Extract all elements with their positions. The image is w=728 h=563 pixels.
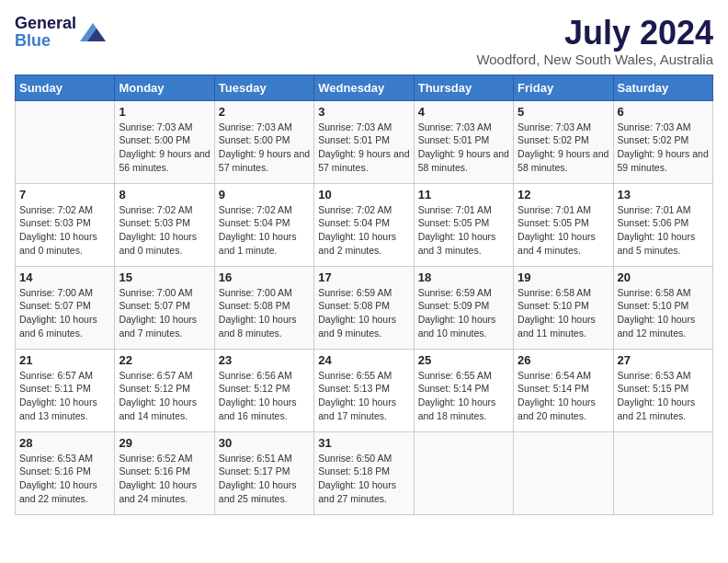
calendar-cell: 6Sunrise: 7:03 AMSunset: 5:02 PMDaylight… [613,100,712,183]
sunset-text: Sunset: 5:13 PM [318,382,409,396]
sunset-text: Sunset: 5:16 PM [19,465,110,478]
sunrise-text: Sunrise: 6:51 AM [219,452,310,465]
day-number: 10 [318,188,409,201]
logo-icon [80,23,106,41]
day-number: 31 [318,436,409,450]
day-info: Sunrise: 7:03 AMSunset: 5:00 PMDaylight:… [219,121,310,175]
sunrise-text: Sunrise: 7:03 AM [318,121,409,134]
sunrise-text: Sunrise: 6:57 AM [19,369,110,383]
sunset-text: Sunset: 5:03 PM [19,216,110,230]
daylight-text: Daylight: 10 hours and 0 minutes. [119,230,210,257]
header-tuesday: Tuesday [214,75,313,100]
day-info: Sunrise: 6:53 AMSunset: 5:15 PMDaylight:… [618,369,709,423]
sunrise-text: Sunrise: 6:53 AM [618,369,709,383]
day-info: Sunrise: 7:02 AMSunset: 5:03 PMDaylight:… [119,203,210,258]
calendar-cell: 12Sunrise: 7:01 AMSunset: 5:05 PMDayligh… [514,183,613,266]
sunset-text: Sunset: 5:12 PM [119,382,210,396]
day-info: Sunrise: 7:00 AMSunset: 5:08 PMDaylight:… [219,286,310,340]
sunset-text: Sunset: 5:03 PM [119,216,210,230]
calendar-cell: 7Sunrise: 7:02 AMSunset: 5:03 PMDaylight… [16,183,115,266]
sunrise-text: Sunrise: 7:00 AM [119,286,210,300]
day-info: Sunrise: 6:57 AMSunset: 5:12 PMDaylight:… [119,369,210,423]
calendar-cell: 5Sunrise: 7:03 AMSunset: 5:02 PMDaylight… [514,100,613,183]
day-number: 20 [618,270,709,284]
day-number: 27 [618,353,709,367]
calendar-cell: 18Sunrise: 6:59 AMSunset: 5:09 PMDayligh… [414,266,513,349]
logo-blue: Blue [15,31,51,50]
daylight-text: Daylight: 10 hours and 7 minutes. [119,313,210,339]
sunset-text: Sunset: 5:05 PM [518,216,609,230]
daylight-text: Daylight: 10 hours and 0 minutes. [19,230,110,257]
day-number: 26 [518,353,609,367]
title-location: Woodford, New South Wales, Australia [476,52,713,67]
calendar-cell: 25Sunrise: 6:55 AMSunset: 5:14 PMDayligh… [414,349,513,431]
sunset-text: Sunset: 5:00 PM [219,133,310,147]
calendar-week-1: 1Sunrise: 7:03 AMSunset: 5:00 PMDaylight… [16,100,713,183]
day-number: 9 [219,188,310,201]
daylight-text: Daylight: 10 hours and 13 minutes. [19,396,110,422]
calendar-cell: 8Sunrise: 7:02 AMSunset: 5:03 PMDaylight… [115,183,214,266]
daylight-text: Daylight: 10 hours and 21 minutes. [618,396,709,422]
day-info: Sunrise: 6:59 AMSunset: 5:08 PMDaylight:… [318,286,409,340]
daylight-text: Daylight: 10 hours and 1 minute. [219,230,310,257]
header-sunday: Sunday [16,75,115,100]
day-info: Sunrise: 7:03 AMSunset: 5:01 PMDaylight:… [318,121,409,175]
calendar-cell: 31Sunrise: 6:50 AMSunset: 5:18 PMDayligh… [314,431,414,514]
calendar-cell [414,431,513,514]
day-info: Sunrise: 6:51 AMSunset: 5:17 PMDaylight:… [219,452,310,506]
day-number: 22 [119,353,210,367]
sunrise-text: Sunrise: 7:02 AM [119,203,210,217]
day-number: 29 [119,436,210,450]
calendar-cell: 17Sunrise: 6:59 AMSunset: 5:08 PMDayligh… [314,266,414,349]
day-info: Sunrise: 6:59 AMSunset: 5:09 PMDaylight:… [418,286,509,340]
calendar-cell: 26Sunrise: 6:54 AMSunset: 5:14 PMDayligh… [514,349,613,431]
sunrise-text: Sunrise: 7:00 AM [19,286,110,300]
sunset-text: Sunset: 5:04 PM [318,216,409,230]
day-number: 24 [318,353,409,367]
day-number: 30 [219,436,310,450]
calendar-header: Sunday Monday Tuesday Wednesday Thursday… [16,75,713,100]
page-header: General Blue July 2024 Woodford, New Sou… [15,15,713,67]
sunrise-text: Sunrise: 6:53 AM [19,452,110,465]
calendar-cell: 1Sunrise: 7:03 AMSunset: 5:00 PMDaylight… [115,100,214,183]
calendar-cell [514,431,613,514]
day-info: Sunrise: 7:00 AMSunset: 5:07 PMDaylight:… [19,286,110,340]
day-info: Sunrise: 7:00 AMSunset: 5:07 PMDaylight:… [119,286,210,340]
day-info: Sunrise: 7:02 AMSunset: 5:04 PMDaylight:… [318,203,409,258]
sunset-text: Sunset: 5:02 PM [518,133,609,147]
day-info: Sunrise: 7:03 AMSunset: 5:01 PMDaylight:… [418,121,509,175]
daylight-text: Daylight: 10 hours and 9 minutes. [318,313,409,339]
sunrise-text: Sunrise: 6:58 AM [618,286,709,300]
sunrise-text: Sunrise: 7:01 AM [418,203,509,217]
header-monday: Monday [115,75,214,100]
sunset-text: Sunset: 5:02 PM [618,133,709,147]
sunset-text: Sunset: 5:01 PM [418,133,509,147]
calendar-week-4: 21Sunrise: 6:57 AMSunset: 5:11 PMDayligh… [16,349,713,431]
sunset-text: Sunset: 5:08 PM [219,299,310,313]
daylight-text: Daylight: 10 hours and 18 minutes. [418,396,509,422]
day-info: Sunrise: 6:55 AMSunset: 5:14 PMDaylight:… [418,369,509,423]
daylight-text: Daylight: 10 hours and 20 minutes. [518,396,609,422]
day-number: 12 [518,188,609,201]
sunrise-text: Sunrise: 7:00 AM [219,286,310,300]
sunset-text: Sunset: 5:01 PM [318,133,409,147]
sunrise-text: Sunrise: 7:03 AM [418,121,509,134]
day-info: Sunrise: 7:01 AMSunset: 5:05 PMDaylight:… [518,203,609,258]
sunset-text: Sunset: 5:11 PM [19,382,110,396]
daylight-text: Daylight: 10 hours and 2 minutes. [318,230,409,257]
daylight-text: Daylight: 10 hours and 8 minutes. [219,313,310,339]
calendar-cell: 19Sunrise: 6:58 AMSunset: 5:10 PMDayligh… [514,266,613,349]
day-number: 4 [418,105,509,119]
title-block: July 2024 Woodford, New South Wales, Aus… [476,15,713,67]
day-number: 13 [618,188,709,201]
sunrise-text: Sunrise: 7:03 AM [618,121,709,134]
sunrise-text: Sunrise: 6:52 AM [119,452,210,465]
daylight-text: Daylight: 10 hours and 14 minutes. [119,396,210,422]
calendar-table: Sunday Monday Tuesday Wednesday Thursday… [15,75,713,515]
day-number: 18 [418,270,509,284]
day-info: Sunrise: 6:58 AMSunset: 5:10 PMDaylight:… [518,286,609,340]
day-number: 5 [518,105,609,119]
day-info: Sunrise: 6:55 AMSunset: 5:13 PMDaylight:… [318,369,409,423]
day-number: 8 [119,188,210,201]
day-info: Sunrise: 6:58 AMSunset: 5:10 PMDaylight:… [618,286,709,340]
